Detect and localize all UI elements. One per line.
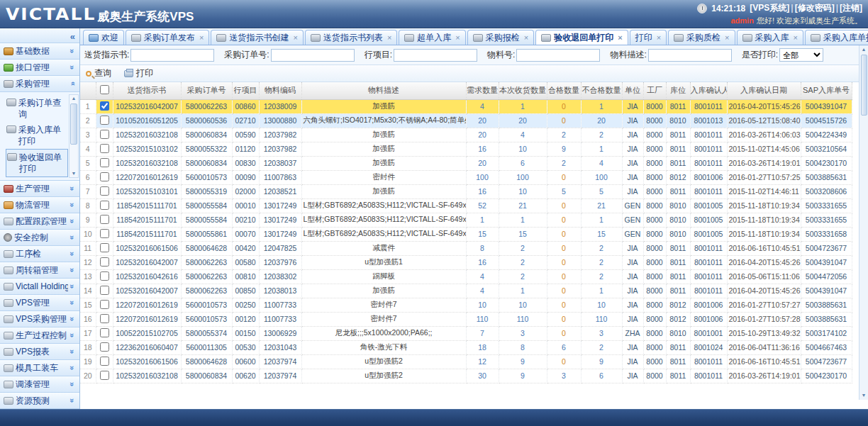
row-checkbox[interactable]: [100, 271, 109, 281]
row-checkbox[interactable]: [100, 172, 109, 181]
table-row[interactable]: 710253201510310158000553190200012038521加…: [80, 184, 852, 198]
sidebar-group-2[interactable]: 采购管理»: [0, 76, 79, 92]
column-header-10[interactable]: 工厂: [643, 82, 666, 99]
search-input-2[interactable]: [394, 49, 477, 62]
chevron-down-icon[interactable]: »: [68, 298, 77, 307]
sidebar-group-10[interactable]: VPS管理»: [0, 295, 79, 311]
tab-送货指示书列表[interactable]: 送货指示书列表×: [305, 30, 397, 45]
chevron-down-icon[interactable]: »: [68, 266, 77, 274]
sidebar-group-6[interactable]: 安全控制»: [0, 230, 79, 246]
table-row[interactable]: 310253201603210858000608340059012037982加…: [80, 128, 852, 142]
chevron-down-icon[interactable]: »: [68, 380, 77, 388]
chevron-down-icon[interactable]: »: [68, 282, 77, 291]
sidebar-group-13[interactable]: VPS报表»: [0, 344, 79, 360]
row-checkbox[interactable]: [100, 342, 109, 352]
table-row[interactable]: 1612207201601261956000105730012011007733…: [80, 312, 852, 326]
sidebar-item-1[interactable]: 采购入库单打印: [6, 122, 68, 149]
row-checkbox[interactable]: [100, 357, 109, 366]
close-icon[interactable]: ×: [524, 33, 528, 42]
tab-采购订单发布[interactable]: 采购订单发布×: [126, 30, 209, 45]
table-row[interactable]: 1512207201601261956000105730025011007733…: [80, 298, 852, 312]
row-checkbox[interactable]: [100, 186, 109, 196]
row-checkbox[interactable]: [100, 201, 109, 210]
sidebar-group-8[interactable]: 周转箱管理»: [0, 262, 79, 279]
header-link-3[interactable]: [注销]: [840, 3, 862, 13]
row-checkbox[interactable]: [100, 130, 109, 139]
table-row[interactable]: 2010253201603210858000608340062012037974…: [80, 369, 852, 383]
table-row[interactable]: 410253201510310258000553220112012037982加…: [80, 142, 852, 156]
chevron-down-icon[interactable]: »: [68, 63, 77, 72]
tab-欢迎[interactable]: 欢迎: [83, 30, 124, 45]
row-checkbox[interactable]: [100, 243, 109, 252]
close-icon[interactable]: ×: [387, 33, 391, 42]
column-header-3[interactable]: 物料编码: [259, 82, 301, 99]
table-row[interactable]: 110253201604200758000622630086012038009加…: [80, 99, 852, 113]
sidebar-group-15[interactable]: 调漆管理»: [0, 376, 79, 393]
table-row[interactable]: 1310253201604261658000622630081012038302…: [80, 269, 852, 284]
close-icon[interactable]: ×: [657, 33, 661, 42]
print-button[interactable]: 打印: [124, 67, 153, 79]
vertical-scrollbar-thumb[interactable]: [861, 55, 867, 116]
chevron-down-icon[interactable]: »: [68, 201, 77, 209]
column-header-7[interactable]: 合格数量: [547, 82, 581, 99]
scroll-up-icon[interactable]: ▲: [72, 95, 77, 102]
table-row[interactable]: 1710052201510270558000553740015013006929…: [80, 326, 852, 340]
row-checkbox[interactable]: [100, 371, 109, 380]
chevron-up-icon[interactable]: »: [68, 79, 77, 88]
column-header-12[interactable]: 入库确认人: [690, 82, 727, 99]
tab-采购入库[interactable]: 采购入库×: [737, 30, 803, 45]
row-checkbox[interactable]: [100, 144, 109, 153]
column-header-9[interactable]: 单位: [622, 82, 643, 99]
column-header-14[interactable]: SAP入库单号: [801, 82, 852, 99]
chevron-down-icon[interactable]: »: [68, 47, 77, 55]
sidebar-group-12[interactable]: 生产过程控制»: [0, 327, 79, 344]
table-row[interactable]: 1110253201606150658000646280042012047825…: [80, 241, 852, 255]
search-input-0[interactable]: [130, 49, 214, 62]
row-checkbox[interactable]: [100, 314, 109, 323]
sidebar-group-7[interactable]: 工序检»: [0, 246, 79, 262]
scroll-up-icon[interactable]: ▲: [862, 45, 867, 54]
column-header-8[interactable]: 不合格数量: [581, 82, 622, 99]
chevron-down-icon[interactable]: »: [68, 233, 77, 242]
table-row[interactable]: 1910253201606150658000646280060012037974…: [80, 354, 852, 369]
sidebar-group-5[interactable]: 配置跟踪管理»: [0, 213, 79, 230]
table-row[interactable]: 1011854201511170158000558610007013017249…: [80, 227, 852, 241]
close-icon[interactable]: ×: [455, 33, 460, 42]
column-header-5[interactable]: 需求数量: [466, 82, 499, 99]
vertical-scrollbar[interactable]: ▲ ▼: [859, 45, 868, 400]
row-checkbox[interactable]: [100, 257, 109, 267]
sidebar-group-14[interactable]: 模具工装车»: [0, 360, 79, 376]
tab-超单入库[interactable]: 超单入库×: [399, 30, 465, 45]
row-checkbox[interactable]: [100, 158, 109, 167]
close-icon[interactable]: ×: [199, 33, 204, 42]
chevron-down-icon[interactable]: »: [68, 347, 77, 356]
column-header-11[interactable]: 库位: [666, 82, 690, 99]
chevron-down-icon[interactable]: »: [68, 217, 77, 225]
sidebar-group-16[interactable]: 资源预测»: [0, 393, 79, 409]
table-row[interactable]: 510253201603210858000608340083012038037加…: [80, 156, 852, 170]
header-link-2[interactable]: [修改密码]: [795, 3, 835, 13]
table-row[interactable]: 210105201605120558000605360271013000880六…: [80, 113, 852, 128]
close-icon[interactable]: ×: [725, 33, 729, 42]
scroll-down-icon[interactable]: ▼: [862, 391, 867, 400]
column-header-0[interactable]: 送货指示书: [113, 82, 181, 99]
row-checkbox[interactable]: [100, 286, 109, 295]
chevron-down-icon[interactable]: »: [68, 396, 77, 405]
sidebar-item-0[interactable]: 采购订单查询: [6, 95, 68, 122]
close-icon[interactable]: ×: [293, 33, 297, 42]
chevron-down-icon[interactable]: »: [68, 250, 77, 258]
search-input-3[interactable]: [516, 49, 600, 62]
tab-送货指示书创建[interactable]: 送货指示书创建×: [211, 30, 303, 45]
chevron-down-icon[interactable]: »: [68, 184, 77, 193]
sidebar-collapse-button[interactable]: «: [70, 31, 75, 42]
scrollbar-thumb[interactable]: [70, 103, 77, 145]
column-header-6[interactable]: 本次收货数量: [499, 82, 547, 99]
chevron-down-icon[interactable]: »: [68, 364, 77, 372]
chevron-down-icon[interactable]: »: [68, 331, 77, 340]
tab-采购入库单打印[interactable]: 采购入库单打印×: [805, 30, 868, 45]
row-checkbox[interactable]: [100, 229, 109, 238]
row-checkbox[interactable]: [100, 215, 109, 224]
search-input-1[interactable]: [271, 49, 355, 62]
row-checkbox[interactable]: [100, 116, 109, 125]
sidebar-group-9[interactable]: Victall Holding»: [0, 279, 79, 295]
